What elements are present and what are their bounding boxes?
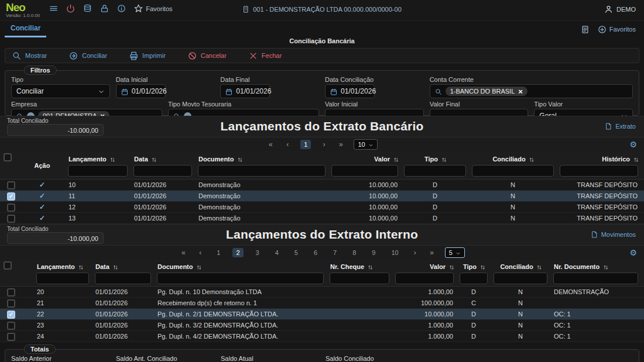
page-button[interactable]: 6 [310,248,321,257]
last-page-button[interactable]: » [428,249,436,257]
column-header-conciliado[interactable]: Conciliado↑↓ [469,151,557,164]
first-page-button[interactable]: « [266,140,275,149]
extrato-button[interactable]: Extrato [605,122,636,130]
column-header-tipo[interactable]: Tipo↑↓ [457,260,491,271]
sort-icon[interactable]: ↑↓ [633,156,638,163]
add-favorite-button[interactable]: Favoritos [598,25,636,34]
menu-icon[interactable] [49,4,58,13]
sort-icon[interactable]: ↑↓ [368,263,372,270]
column-header-nr-cheque[interactable]: Nr. Cheque↑↓ [327,260,392,271]
column-header-historico[interactable]: Histórico↑↓ [557,151,641,164]
page-button[interactable]: 8 [349,248,359,257]
sort-icon[interactable]: ↑↓ [78,263,83,270]
column-header-nr-documento[interactable]: Nr. Documento↑↓ [550,260,641,271]
filter-tipo-input[interactable] [404,165,466,177]
company-selector[interactable]: 001 - DEMONSTRAÇÃO LTDA 00.000.000/0000-… [242,5,402,13]
notes-icon[interactable] [581,25,590,34]
conciliate-check-icon[interactable]: ✓ [39,203,45,211]
mostrar-button[interactable]: Mostrar [12,51,47,60]
data-inicial-input[interactable]: 01/01/2026 [116,84,166,98]
table-row[interactable]: 21 01/01/2026 Recebimento dp(s) cfe reto… [0,298,644,309]
sort-icon[interactable]: ↑↓ [537,263,541,270]
table-row[interactable]: ✓ 13 01/01/2026 Demonstração 10.000,00 D… [0,213,644,224]
filter-documento-input[interactable] [198,165,326,177]
filter-valor-input[interactable] [395,273,454,284]
sort-icon[interactable]: ↑↓ [480,263,484,270]
conciliar-button[interactable]: Conciliar [69,51,107,60]
page-button-active[interactable]: 2 [232,248,243,257]
column-header-valor[interactable]: Valor↑↓ [392,260,457,271]
table-row-selected[interactable]: ✓ ✓ 11 01/01/2026 Demonstração 10.000,00… [0,191,644,202]
prev-page-button[interactable]: ‹ [283,140,292,149]
data-conciliacao-input[interactable]: 01/01/2026 [325,84,375,98]
filter-data-input[interactable] [133,165,192,177]
movimentos-button[interactable]: Movimentos [591,230,636,238]
page-button[interactable]: 9 [368,248,379,257]
last-page-button[interactable]: » [337,140,345,149]
favorites-menu[interactable]: Favoritos [134,4,172,13]
page-button[interactable]: 5 [291,248,302,257]
row-checkbox-checked[interactable]: ✓ [7,192,15,201]
sort-icon[interactable]: ↑↓ [529,156,533,163]
table-row[interactable]: 24 01/01/2026 Pg. Dupl. n. 4/2 DEMONSTRA… [0,331,644,342]
table-row-selected[interactable]: ✓ 22 01/01/2026 Pg. Dupl. n. 2/1 DEMONST… [0,309,644,320]
page-button[interactable]: 7 [330,248,340,257]
chip-close-icon[interactable]: × [518,88,523,95]
select-all-checkbox[interactable] [4,153,12,161]
tipo-select[interactable]: Conciliar [11,84,110,98]
fechar-button[interactable]: Fechar [249,51,282,60]
filter-data-input[interactable] [95,273,151,284]
page-size-select[interactable]: 5 [445,247,465,258]
conciliate-check-icon[interactable]: ✓ [39,181,45,189]
sort-icon[interactable]: ↑↓ [441,156,446,163]
column-header-data[interactable]: Data↑↓ [92,260,154,271]
row-checkbox[interactable] [7,215,15,223]
next-page-button[interactable]: › [411,249,419,257]
row-checkbox[interactable] [7,333,15,341]
prev-page-button[interactable]: ‹ [196,249,204,257]
table-row[interactable]: 20 01/01/2026 Pg. Dupl. n. 10 Demonstraç… [0,287,644,298]
filter-conciliado-input[interactable] [472,165,554,177]
page-button[interactable]: 4 [272,248,282,257]
page-size-select[interactable]: 10 [354,139,377,150]
row-checkbox[interactable] [7,288,15,297]
page-button[interactable]: 10 [388,248,402,257]
filter-nr-cheque-input[interactable] [330,273,389,284]
filter-tipo-input[interactable] [460,273,488,284]
sort-icon[interactable]: ↑↓ [603,263,607,270]
filter-lancamento-input[interactable] [68,165,128,177]
database-icon[interactable] [83,4,92,13]
column-header-data[interactable]: Data↑↓ [131,151,195,164]
gear-icon[interactable]: ⚙ [629,248,637,257]
table-row[interactable]: ✓ 12 01/01/2026 Demonstração 10.000,00 D… [0,202,644,213]
column-header-documento[interactable]: Documento↑↓ [154,260,327,271]
select-all-checkbox[interactable] [4,261,12,270]
conciliate-check-icon[interactable]: ✓ [39,192,45,200]
data-final-input[interactable]: 01/01/2026 [220,84,270,98]
cancelar-button[interactable]: Cancelar [188,51,227,60]
table-row[interactable]: 23 01/01/2026 Pg. Dupl. n. 3/2 DEMONSTRA… [0,320,644,331]
lock-icon[interactable] [100,4,109,13]
filter-conciliado-input[interactable] [494,273,547,284]
power-icon[interactable] [66,4,75,13]
sort-icon[interactable]: ↑↓ [238,156,242,163]
row-checkbox[interactable] [7,204,15,212]
filter-valor-input[interactable] [331,165,398,177]
first-page-button[interactable]: « [179,249,187,257]
row-checkbox[interactable] [7,299,15,308]
search-icon[interactable] [435,87,442,95]
filter-nr-documento-input[interactable] [553,273,638,284]
next-page-button[interactable]: › [320,140,328,149]
sort-icon[interactable]: ↑↓ [110,156,114,163]
imprimir-button[interactable]: Imprimir [129,51,166,60]
page-button[interactable]: 1 [300,140,311,149]
filter-lancamento-input[interactable] [36,273,89,284]
conta-corrente-input[interactable]: 1-BANCO DO BRASIL × [430,84,633,98]
sort-icon[interactable]: ↑↓ [449,263,453,270]
column-header-documento[interactable]: Documento↑↓ [195,151,328,164]
page-button[interactable]: 3 [252,248,263,257]
sort-icon[interactable]: ↑↓ [197,263,201,270]
info-icon[interactable] [117,4,126,13]
column-header-conciliado[interactable]: Conciliado↑↓ [491,260,550,271]
column-header-valor[interactable]: Valor↑↓ [328,151,401,164]
